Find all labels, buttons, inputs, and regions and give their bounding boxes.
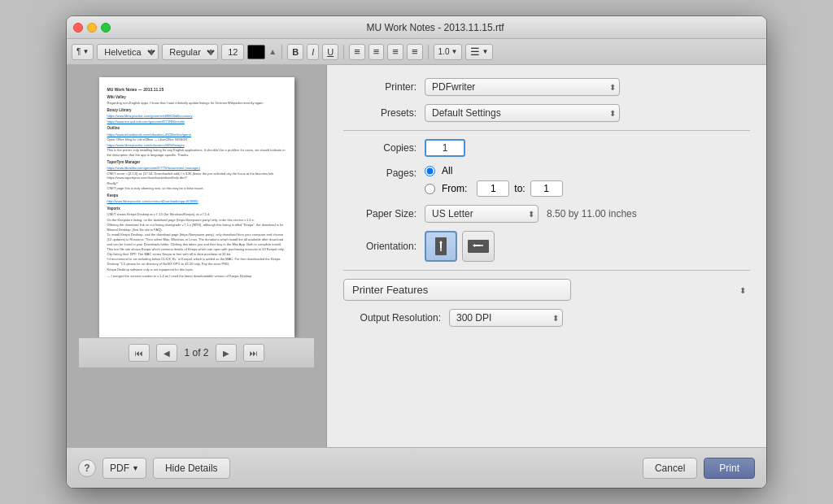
paper-size-info: 8.50 by 11.00 inches	[547, 208, 637, 219]
bold-button[interactable]: B	[287, 44, 303, 60]
pages-from-input[interactable]	[477, 180, 509, 197]
pages-radio-group: All From: to:	[425, 165, 750, 197]
italic-button[interactable]: I	[307, 44, 319, 60]
print-settings-panel: Printer: PDFwriter Presets: Default Sett…	[327, 65, 766, 447]
font-family-select[interactable]: Helvetica	[97, 44, 159, 60]
orientation-control	[425, 231, 750, 262]
paper-size-select-wrapper: US Letter	[425, 205, 539, 223]
toolbar: ¶ ▼ Helvetica Regular 12 ▲ B I U ≡ ≡ ≡ ≡…	[67, 39, 766, 65]
paper-size-select[interactable]: US Letter	[425, 205, 539, 223]
printer-features-select-wrapper: Printer Features	[343, 279, 750, 301]
paper-size-control: US Letter 8.50 by 11.00 inches	[425, 205, 750, 223]
separator-2	[343, 45, 344, 59]
pages-row: Pages: All From: to:	[343, 165, 750, 197]
printer-select[interactable]: PDFwriter	[425, 78, 620, 96]
next-page-button[interactable]: ▶	[216, 344, 237, 362]
printer-row: Printer: PDFwriter	[343, 78, 750, 96]
portrait-icon	[434, 237, 448, 256]
pages-all-radio[interactable]	[425, 166, 435, 176]
main-window: MU Work Notes - 2013.11.15.rtf ¶ ▼ Helve…	[67, 16, 766, 488]
first-page-button[interactable]: ⏮	[129, 344, 150, 362]
separator-top	[343, 130, 750, 131]
pdf-chevron-icon: ▼	[132, 464, 139, 472]
document-preview: MU Work Notes — 2013.11.15 Wiki Valley R…	[99, 77, 294, 337]
presets-select[interactable]: Default Settings	[425, 104, 620, 122]
pages-from-row: From: to:	[425, 180, 750, 197]
pages-from-label: From:	[442, 183, 467, 194]
copies-input[interactable]	[425, 139, 465, 157]
output-resolution-label: Output Resolution:	[343, 312, 449, 324]
pages-from-inputs: to:	[477, 180, 562, 197]
hide-details-button[interactable]: Hide Details	[153, 458, 230, 479]
align-left-button[interactable]: ≡	[349, 44, 365, 60]
close-button[interactable]	[73, 23, 83, 33]
landscape-icon	[467, 238, 490, 254]
line-spacing-button[interactable]: 1.0 ▼	[434, 44, 463, 60]
font-style-wrapper: Regular	[162, 44, 218, 60]
separator-mid	[343, 270, 750, 271]
maximize-button[interactable]	[101, 23, 111, 33]
presets-label: Presets:	[343, 107, 425, 119]
color-arrow: ▲	[268, 47, 277, 56]
paper-size-inner: US Letter 8.50 by 11.00 inches	[425, 205, 750, 223]
separator-3	[428, 45, 429, 59]
print-button[interactable]: Print	[704, 458, 755, 479]
pages-label: Pages:	[343, 165, 425, 179]
orientation-row: Orientation:	[343, 231, 750, 262]
landscape-button[interactable]	[462, 231, 495, 262]
bottom-bar: ? PDF ▼ Hide Details Cancel Print	[67, 447, 766, 488]
output-resolution-row: Output Resolution: 300 DPI	[343, 309, 750, 327]
presets-select-wrapper: Default Settings	[425, 104, 620, 122]
paper-size-row: Paper Size: US Letter 8.50 by 11.00 inch…	[343, 205, 750, 223]
portrait-button[interactable]	[425, 231, 457, 262]
paragraph-button[interactable]: ¶ ▼	[72, 44, 94, 60]
prev-page-button[interactable]: ◀	[156, 344, 177, 362]
output-res-select-wrapper: 300 DPI	[449, 309, 563, 327]
output-resolution-control: 300 DPI	[449, 309, 750, 327]
printer-control: PDFwriter	[425, 78, 750, 96]
pages-from-radio[interactable]	[425, 184, 435, 194]
pages-all-label: All	[442, 165, 452, 176]
printer-label: Printer:	[343, 81, 425, 93]
page-indicator: 1 of 2	[184, 347, 208, 358]
orientation-label: Orientation:	[343, 241, 425, 252]
align-center-button[interactable]: ≡	[369, 44, 385, 60]
separator-1	[281, 45, 282, 59]
copies-row: Copies:	[343, 139, 750, 157]
title-bar: MU Work Notes - 2013.11.15.rtf	[67, 16, 766, 39]
minimize-button[interactable]	[87, 23, 97, 33]
presets-row: Presets: Default Settings	[343, 104, 750, 122]
font-style-select[interactable]: Regular	[162, 44, 218, 60]
align-right-button[interactable]: ≡	[387, 44, 403, 60]
left-panel: MU Work Notes — 2013.11.15 Wiki Valley R…	[67, 65, 327, 447]
pdf-button[interactable]: PDF ▼	[102, 458, 146, 479]
presets-control: Default Settings	[425, 104, 750, 122]
orientation-buttons	[425, 231, 750, 262]
printer-select-wrapper: PDFwriter	[425, 78, 620, 96]
printer-features-select[interactable]: Printer Features	[343, 279, 571, 301]
nav-bar: ⏮ ◀ 1 of 2 ▶ ⏭	[79, 337, 314, 368]
output-resolution-select[interactable]: 300 DPI	[449, 309, 563, 327]
align-justify-button[interactable]: ≡	[407, 44, 423, 60]
traffic-lights	[73, 23, 111, 33]
font-size-display: 12	[221, 44, 244, 60]
last-page-button[interactable]: ⏭	[243, 344, 264, 362]
cancel-button[interactable]: Cancel	[643, 458, 697, 479]
window-title: MU Work Notes - 2013.11.15.rtf	[111, 22, 760, 33]
main-content: MU Work Notes — 2013.11.15 Wiki Valley R…	[67, 65, 766, 447]
underline-button[interactable]: U	[322, 44, 338, 60]
color-swatch[interactable]	[247, 45, 265, 59]
list-style-button[interactable]: ☰ ▼	[465, 44, 493, 60]
paper-size-label: Paper Size:	[343, 208, 425, 219]
printer-features-header: Printer Features	[343, 279, 750, 301]
pages-all-row: All	[425, 165, 750, 176]
help-button[interactable]: ?	[78, 459, 96, 477]
copies-control	[425, 139, 750, 157]
pages-to-label: to:	[514, 183, 525, 194]
font-family-wrapper: Helvetica	[97, 44, 159, 60]
copies-label: Copies:	[343, 142, 425, 154]
pages-control: All From: to:	[425, 165, 750, 197]
pages-to-input[interactable]	[530, 180, 563, 197]
